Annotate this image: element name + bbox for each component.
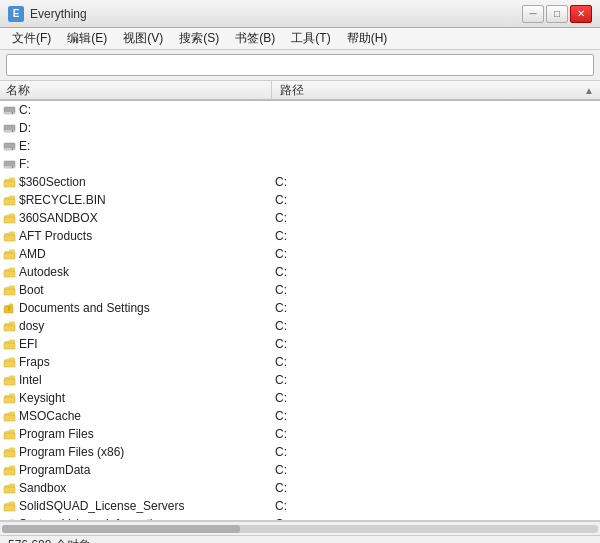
table-row[interactable]: Documents and SettingsC: xyxy=(0,299,600,317)
close-button[interactable]: ✕ xyxy=(570,5,592,23)
table-row[interactable]: 360SANDBOXC: xyxy=(0,209,600,227)
drive-icon xyxy=(2,121,16,135)
status-bar: 576,680 个对象 xyxy=(0,535,600,543)
search-input[interactable] xyxy=(6,54,594,76)
table-row[interactable]: FrapsC: xyxy=(0,353,600,371)
table-row[interactable]: C: xyxy=(0,101,600,119)
menu-item-t[interactable]: 工具(T) xyxy=(283,28,338,49)
file-path: C: xyxy=(267,301,598,315)
table-row[interactable]: KeysightC: xyxy=(0,389,600,407)
menu-item-v[interactable]: 视图(V) xyxy=(115,28,171,49)
menu-item-f[interactable]: 文件(F) xyxy=(4,28,59,49)
svg-rect-23 xyxy=(4,343,15,349)
svg-rect-20 xyxy=(8,306,10,309)
folder-icon xyxy=(2,481,16,495)
drive-icon xyxy=(2,103,16,117)
table-row[interactable]: $360SectionC: xyxy=(0,173,600,191)
file-name: ProgramData xyxy=(19,463,267,477)
folder-icon xyxy=(2,391,16,405)
svg-rect-1 xyxy=(4,112,15,114)
file-path: C: xyxy=(267,373,598,387)
file-path: C: xyxy=(267,265,598,279)
table-row[interactable]: $RECYCLE.BINC: xyxy=(0,191,600,209)
folder-icon xyxy=(2,175,16,189)
folder-icon xyxy=(2,211,16,225)
folder-icon xyxy=(2,265,16,279)
table-row[interactable]: EFIC: xyxy=(0,335,600,353)
col-path-header[interactable]: 路径 ▲ xyxy=(272,81,598,99)
svg-point-2 xyxy=(11,112,13,114)
file-name: Program Files (x86) xyxy=(19,445,267,459)
file-path: C: xyxy=(267,409,598,423)
table-row[interactable]: F: xyxy=(0,155,600,173)
menu-item-e[interactable]: 编辑(E) xyxy=(59,28,115,49)
file-path: C: xyxy=(267,247,598,261)
folder-icon xyxy=(2,409,16,423)
column-headers: 名称 路径 ▲ xyxy=(0,81,600,101)
menu-item-h[interactable]: 帮助(H) xyxy=(339,28,396,49)
minimize-button[interactable]: ─ xyxy=(522,5,544,23)
svg-rect-26 xyxy=(4,397,15,403)
svg-point-21 xyxy=(8,308,10,310)
table-row[interactable]: MSOCacheC: xyxy=(0,407,600,425)
file-name: Sandbox xyxy=(19,481,267,495)
file-name: Intel xyxy=(19,373,267,387)
file-name: Documents and Settings xyxy=(19,301,267,315)
title-bar: E Everything ─ □ ✕ xyxy=(0,0,600,28)
folder-icon xyxy=(2,247,16,261)
file-path: C: xyxy=(267,481,598,495)
menu-item-b[interactable]: 书签(B) xyxy=(227,28,283,49)
table-row[interactable]: Program Files (x86)C: xyxy=(0,443,600,461)
svg-rect-18 xyxy=(4,289,15,295)
svg-rect-30 xyxy=(4,469,15,475)
menu-bar: 文件(F)编辑(E)视图(V)搜索(S)书签(B)工具(T)帮助(H) xyxy=(0,28,600,50)
svg-rect-22 xyxy=(4,325,15,331)
menu-item-s[interactable]: 搜索(S) xyxy=(171,28,227,49)
svg-rect-28 xyxy=(4,433,15,439)
file-name: Boot xyxy=(19,283,267,297)
svg-rect-15 xyxy=(4,235,15,241)
table-row[interactable]: BootC: xyxy=(0,281,600,299)
table-row[interactable]: AMDC: xyxy=(0,245,600,263)
file-path: C: xyxy=(267,427,598,441)
table-row[interactable]: ProgramDataC: xyxy=(0,461,600,479)
file-name: dosy xyxy=(19,319,267,333)
table-row[interactable]: dosyC: xyxy=(0,317,600,335)
file-path: C: xyxy=(267,355,598,369)
table-row[interactable]: Program FilesC: xyxy=(0,425,600,443)
svg-rect-7 xyxy=(4,148,15,150)
svg-rect-25 xyxy=(4,379,15,385)
file-name: EFI xyxy=(19,337,267,351)
file-path: C: xyxy=(267,499,598,513)
file-path: C: xyxy=(267,391,598,405)
table-row[interactable]: SolidSQUAD_License_ServersC: xyxy=(0,497,600,515)
file-path: C: xyxy=(267,445,598,459)
maximize-button[interactable]: □ xyxy=(546,5,568,23)
svg-rect-13 xyxy=(4,199,15,205)
folder-icon xyxy=(2,463,16,477)
file-path: C: xyxy=(267,175,598,189)
file-list[interactable]: C:D:E:F:$360SectionC:$RECYCLE.BINC:360SA… xyxy=(0,101,600,521)
svg-point-5 xyxy=(11,130,13,132)
col-name-header[interactable]: 名称 xyxy=(2,81,272,99)
table-row[interactable]: IntelC: xyxy=(0,371,600,389)
table-row[interactable]: SandboxC: xyxy=(0,479,600,497)
svg-rect-10 xyxy=(4,166,15,168)
scrollbar-horizontal[interactable] xyxy=(0,521,600,535)
svg-rect-14 xyxy=(4,217,15,223)
app-icon: E xyxy=(8,6,24,22)
file-name: F: xyxy=(19,157,267,171)
table-row[interactable]: E: xyxy=(0,137,600,155)
table-row[interactable]: AutodeskC: xyxy=(0,263,600,281)
table-row[interactable]: D: xyxy=(0,119,600,137)
file-name: SolidSQUAD_License_Servers xyxy=(19,499,267,513)
folder-icon xyxy=(2,373,16,387)
svg-rect-17 xyxy=(4,271,15,277)
table-row[interactable]: AFT ProductsC: xyxy=(0,227,600,245)
folder-icon xyxy=(2,337,16,351)
file-path: C: xyxy=(267,319,598,333)
file-name: Autodesk xyxy=(19,265,267,279)
folder-locked-icon xyxy=(2,301,16,315)
file-name: D: xyxy=(19,121,267,135)
svg-point-11 xyxy=(11,166,13,168)
